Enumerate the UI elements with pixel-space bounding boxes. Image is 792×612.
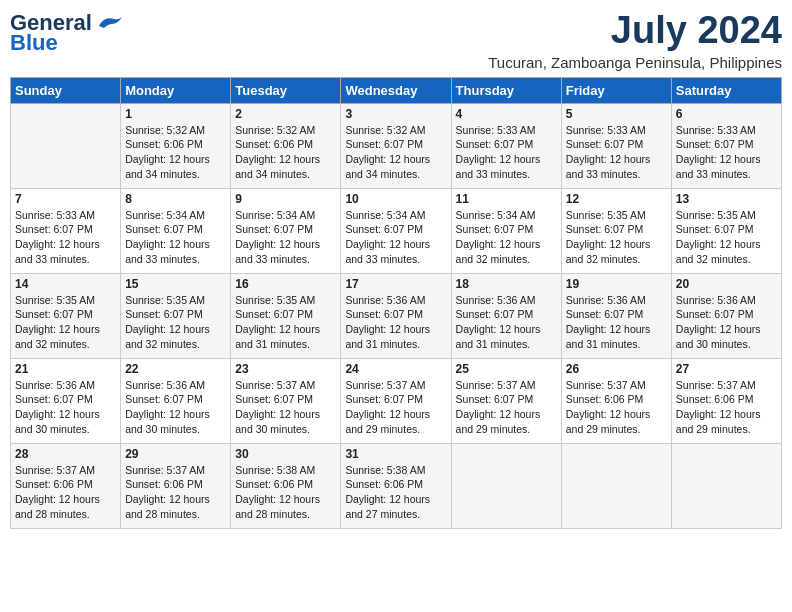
day-info: Sunrise: 5:33 AMSunset: 6:07 PMDaylight:… [15,208,116,267]
day-number: 7 [15,192,116,206]
day-number: 15 [125,277,226,291]
day-number: 23 [235,362,336,376]
calendar-cell: 30Sunrise: 5:38 AMSunset: 6:06 PMDayligh… [231,443,341,528]
day-info: Sunrise: 5:38 AMSunset: 6:06 PMDaylight:… [235,463,336,522]
calendar-cell: 8Sunrise: 5:34 AMSunset: 6:07 PMDaylight… [121,188,231,273]
day-info: Sunrise: 5:33 AMSunset: 6:07 PMDaylight:… [456,123,557,182]
day-number: 10 [345,192,446,206]
month-year-title: July 2024 [488,10,782,52]
header-day-sunday: Sunday [11,77,121,103]
day-info: Sunrise: 5:33 AMSunset: 6:07 PMDaylight:… [566,123,667,182]
day-info: Sunrise: 5:37 AMSunset: 6:06 PMDaylight:… [676,378,777,437]
day-info: Sunrise: 5:35 AMSunset: 6:07 PMDaylight:… [15,293,116,352]
day-info: Sunrise: 5:34 AMSunset: 6:07 PMDaylight:… [235,208,336,267]
day-info: Sunrise: 5:37 AMSunset: 6:06 PMDaylight:… [125,463,226,522]
day-number: 12 [566,192,667,206]
header-day-monday: Monday [121,77,231,103]
day-number: 14 [15,277,116,291]
day-info: Sunrise: 5:37 AMSunset: 6:07 PMDaylight:… [235,378,336,437]
calendar-table: SundayMondayTuesdayWednesdayThursdayFrid… [10,77,782,529]
day-number: 21 [15,362,116,376]
calendar-cell [671,443,781,528]
calendar-cell: 14Sunrise: 5:35 AMSunset: 6:07 PMDayligh… [11,273,121,358]
calendar-cell: 5Sunrise: 5:33 AMSunset: 6:07 PMDaylight… [561,103,671,188]
calendar-cell: 16Sunrise: 5:35 AMSunset: 6:07 PMDayligh… [231,273,341,358]
day-number: 2 [235,107,336,121]
day-number: 13 [676,192,777,206]
calendar-cell: 13Sunrise: 5:35 AMSunset: 6:07 PMDayligh… [671,188,781,273]
calendar-cell: 29Sunrise: 5:37 AMSunset: 6:06 PMDayligh… [121,443,231,528]
calendar-cell: 12Sunrise: 5:35 AMSunset: 6:07 PMDayligh… [561,188,671,273]
day-number: 20 [676,277,777,291]
header-day-tuesday: Tuesday [231,77,341,103]
calendar-cell: 7Sunrise: 5:33 AMSunset: 6:07 PMDaylight… [11,188,121,273]
day-info: Sunrise: 5:33 AMSunset: 6:07 PMDaylight:… [676,123,777,182]
week-row-4: 21Sunrise: 5:36 AMSunset: 6:07 PMDayligh… [11,358,782,443]
title-area: July 2024 Tucuran, Zamboanga Peninsula, … [488,10,782,71]
day-number: 26 [566,362,667,376]
day-number: 28 [15,447,116,461]
calendar-cell: 2Sunrise: 5:32 AMSunset: 6:06 PMDaylight… [231,103,341,188]
day-info: Sunrise: 5:32 AMSunset: 6:06 PMDaylight:… [235,123,336,182]
day-info: Sunrise: 5:36 AMSunset: 6:07 PMDaylight:… [15,378,116,437]
calendar-cell [561,443,671,528]
header-day-wednesday: Wednesday [341,77,451,103]
day-info: Sunrise: 5:38 AMSunset: 6:06 PMDaylight:… [345,463,446,522]
day-number: 8 [125,192,226,206]
day-info: Sunrise: 5:35 AMSunset: 6:07 PMDaylight:… [676,208,777,267]
day-number: 1 [125,107,226,121]
day-info: Sunrise: 5:35 AMSunset: 6:07 PMDaylight:… [566,208,667,267]
calendar-cell [11,103,121,188]
calendar-cell: 24Sunrise: 5:37 AMSunset: 6:07 PMDayligh… [341,358,451,443]
day-number: 16 [235,277,336,291]
day-info: Sunrise: 5:37 AMSunset: 6:06 PMDaylight:… [566,378,667,437]
logo: General Blue [10,10,124,56]
calendar-cell: 3Sunrise: 5:32 AMSunset: 6:07 PMDaylight… [341,103,451,188]
day-number: 5 [566,107,667,121]
calendar-cell: 19Sunrise: 5:36 AMSunset: 6:07 PMDayligh… [561,273,671,358]
calendar-cell: 31Sunrise: 5:38 AMSunset: 6:06 PMDayligh… [341,443,451,528]
header-day-thursday: Thursday [451,77,561,103]
logo-bird-icon [94,14,124,34]
day-info: Sunrise: 5:37 AMSunset: 6:06 PMDaylight:… [15,463,116,522]
day-info: Sunrise: 5:36 AMSunset: 6:07 PMDaylight:… [345,293,446,352]
week-row-2: 7Sunrise: 5:33 AMSunset: 6:07 PMDaylight… [11,188,782,273]
header-day-saturday: Saturday [671,77,781,103]
day-number: 18 [456,277,557,291]
day-number: 3 [345,107,446,121]
calendar-cell: 15Sunrise: 5:35 AMSunset: 6:07 PMDayligh… [121,273,231,358]
calendar-cell: 11Sunrise: 5:34 AMSunset: 6:07 PMDayligh… [451,188,561,273]
calendar-cell: 6Sunrise: 5:33 AMSunset: 6:07 PMDaylight… [671,103,781,188]
day-info: Sunrise: 5:34 AMSunset: 6:07 PMDaylight:… [456,208,557,267]
calendar-header: SundayMondayTuesdayWednesdayThursdayFrid… [11,77,782,103]
calendar-cell: 1Sunrise: 5:32 AMSunset: 6:06 PMDaylight… [121,103,231,188]
calendar-cell: 18Sunrise: 5:36 AMSunset: 6:07 PMDayligh… [451,273,561,358]
week-row-5: 28Sunrise: 5:37 AMSunset: 6:06 PMDayligh… [11,443,782,528]
day-info: Sunrise: 5:34 AMSunset: 6:07 PMDaylight:… [125,208,226,267]
header-row: SundayMondayTuesdayWednesdayThursdayFrid… [11,77,782,103]
day-info: Sunrise: 5:35 AMSunset: 6:07 PMDaylight:… [235,293,336,352]
week-row-3: 14Sunrise: 5:35 AMSunset: 6:07 PMDayligh… [11,273,782,358]
day-number: 22 [125,362,226,376]
day-info: Sunrise: 5:32 AMSunset: 6:07 PMDaylight:… [345,123,446,182]
calendar-cell: 23Sunrise: 5:37 AMSunset: 6:07 PMDayligh… [231,358,341,443]
day-info: Sunrise: 5:37 AMSunset: 6:07 PMDaylight:… [456,378,557,437]
day-number: 31 [345,447,446,461]
page-header: General Blue July 2024 Tucuran, Zamboang… [10,10,782,71]
day-number: 11 [456,192,557,206]
calendar-cell: 17Sunrise: 5:36 AMSunset: 6:07 PMDayligh… [341,273,451,358]
day-number: 17 [345,277,446,291]
calendar-cell: 10Sunrise: 5:34 AMSunset: 6:07 PMDayligh… [341,188,451,273]
header-day-friday: Friday [561,77,671,103]
week-row-1: 1Sunrise: 5:32 AMSunset: 6:06 PMDaylight… [11,103,782,188]
day-number: 30 [235,447,336,461]
calendar-cell: 28Sunrise: 5:37 AMSunset: 6:06 PMDayligh… [11,443,121,528]
day-info: Sunrise: 5:36 AMSunset: 6:07 PMDaylight:… [125,378,226,437]
calendar-cell [451,443,561,528]
day-number: 6 [676,107,777,121]
day-info: Sunrise: 5:34 AMSunset: 6:07 PMDaylight:… [345,208,446,267]
calendar-cell: 22Sunrise: 5:36 AMSunset: 6:07 PMDayligh… [121,358,231,443]
calendar-cell: 26Sunrise: 5:37 AMSunset: 6:06 PMDayligh… [561,358,671,443]
calendar-cell: 20Sunrise: 5:36 AMSunset: 6:07 PMDayligh… [671,273,781,358]
calendar-cell: 21Sunrise: 5:36 AMSunset: 6:07 PMDayligh… [11,358,121,443]
